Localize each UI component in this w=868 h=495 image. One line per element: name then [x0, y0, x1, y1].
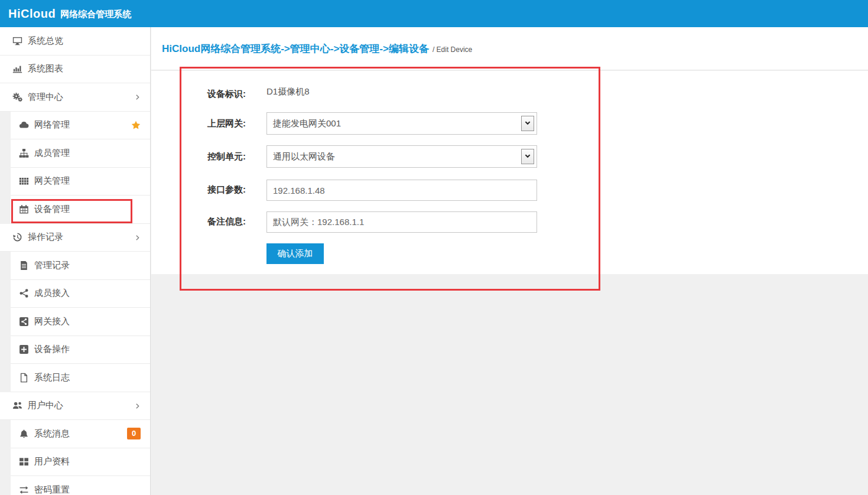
sidebar-item-gateway-management[interactable]: 网关管理	[11, 168, 150, 196]
interface-params-label: 接口参数:	[207, 184, 266, 196]
file-icon	[19, 373, 29, 383]
sidebar-item-user-profile[interactable]: 用户资料	[11, 448, 150, 477]
sidebar-item-label: 系统日志	[34, 372, 150, 383]
share-icon	[19, 288, 29, 298]
chevron-right-icon	[134, 402, 142, 410]
sidebar-item-device-management[interactable]: 设备管理	[11, 196, 150, 224]
sidebar-item-label: 系统总览	[28, 35, 150, 47]
control-unit-select[interactable]: 通用以太网设备	[266, 145, 537, 168]
sidebar-item-system-logs[interactable]: 系统日志	[11, 364, 150, 392]
sidebar-item-label: 网关管理	[34, 175, 150, 187]
chevron-right-icon	[134, 233, 142, 242]
remarks-input[interactable]	[266, 211, 537, 233]
sidebar-item-system-messages[interactable]: 系统消息0	[11, 420, 150, 448]
sidebar-menu: 系统总览系统图表管理中心网络管理成员管理网关管理设备管理操作记录管理记录成员接入…	[0, 27, 151, 495]
chevron-right-icon	[134, 93, 142, 101]
grid-icon	[19, 176, 29, 186]
device-id-value: D1摄像机8	[266, 86, 310, 97]
desktop-icon	[12, 36, 22, 46]
breadcrumb-subtitle: / Edit Device	[433, 43, 472, 54]
remarks-label: 备注信息:	[207, 216, 266, 227]
sidebar-item-label: 系统图表	[28, 63, 150, 74]
share-square-icon	[19, 317, 29, 327]
confirm-add-button[interactable]: 确认添加	[266, 243, 324, 264]
th-large-icon	[19, 457, 29, 467]
sidebar-item-label: 成员管理	[34, 148, 150, 159]
sidebar-item-device-operation[interactable]: 设备操作	[11, 336, 150, 364]
parent-gateway-label: 上层网关:	[207, 118, 266, 129]
sidebar-item-member-management[interactable]: 成员管理	[11, 139, 150, 168]
parent-gateway-select[interactable]: 捷能发电网关001	[266, 112, 537, 135]
sidebar-item-label: 网关接入	[34, 316, 150, 327]
calendar-icon	[19, 204, 29, 214]
parent-gateway-selected-value: 捷能发电网关001	[273, 113, 341, 134]
sidebar-item-label: 设备操作	[34, 344, 150, 355]
bar-chart-icon	[12, 64, 22, 74]
breadcrumb: HiCloud网络综合管理系统->管理中心->设备管理->编辑设备	[162, 42, 429, 56]
sidebar-item-label: 用户资料	[34, 456, 150, 467]
sidebar-item-label: 管理中心	[28, 92, 150, 103]
chevron-down-icon[interactable]	[521, 116, 534, 131]
sidebar-item-label: 用户中心	[28, 400, 150, 411]
sidebar-item-system-overview[interactable]: 系统总览	[0, 27, 150, 56]
sidebar-item-management-center[interactable]: 管理中心	[0, 83, 150, 112]
app-logo: HiCloud	[8, 7, 56, 21]
control-unit-selected-value: 通用以太网设备	[273, 146, 335, 167]
edit-device-form: 设备标识: D1摄像机8 上层网关: 捷能发电网关001 控制单元: 通用以太网…	[151, 71, 868, 274]
exchange-icon	[19, 485, 29, 495]
sidebar-item-label: 成员接入	[34, 288, 150, 299]
file-text-icon	[19, 260, 29, 271]
chevron-down-icon[interactable]	[521, 149, 534, 164]
device-id-label: 设备标识:	[207, 89, 266, 100]
sidebar-item-operation-records[interactable]: 操作记录	[0, 224, 150, 252]
sidebar-item-member-access[interactable]: 成员接入	[11, 280, 150, 308]
breadcrumb-bar: HiCloud网络综合管理系统->管理中心->设备管理->编辑设备 / Edit…	[151, 27, 868, 70]
app-header: HiCloud 网络综合管理系统	[0, 0, 868, 27]
app-title: 网络综合管理系统	[60, 8, 131, 20]
sidebar-item-management-records[interactable]: 管理记录	[11, 252, 150, 280]
bell-icon	[19, 429, 29, 439]
sidebar-item-system-charts[interactable]: 系统图表	[0, 56, 150, 84]
sidebar-item-label: 操作记录	[28, 232, 150, 243]
sidebar-item-user-center[interactable]: 用户中心	[0, 392, 150, 421]
sidebar-item-gateway-access[interactable]: 网关接入	[11, 308, 150, 336]
cogs-icon	[12, 92, 22, 102]
users-icon	[12, 400, 22, 411]
control-unit-label: 控制单元:	[207, 151, 266, 162]
sitemap-icon	[19, 148, 29, 158]
sidebar-item-label: 密码重置	[34, 484, 150, 495]
sidebar-item-label: 管理记录	[34, 260, 150, 271]
star-icon[interactable]	[131, 121, 141, 130]
cloud-icon	[19, 120, 29, 130]
sidebar-item-network-management[interactable]: 网络管理	[11, 112, 150, 140]
sidebar-item-label: 设备管理	[34, 204, 150, 215]
interface-params-input[interactable]	[266, 180, 537, 201]
history-icon	[12, 232, 22, 242]
notification-badge: 0	[127, 428, 141, 439]
plus-square-icon	[19, 344, 29, 354]
sidebar-item-password-reset[interactable]: 密码重置	[11, 476, 150, 495]
